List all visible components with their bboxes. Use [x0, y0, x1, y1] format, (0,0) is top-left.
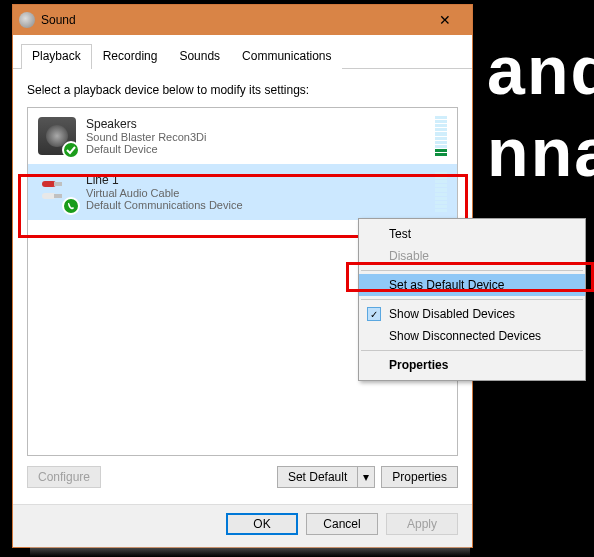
titlebar[interactable]: Sound ✕	[13, 5, 472, 35]
menu-test[interactable]: Test	[359, 223, 585, 245]
dialog-button-row: OK Cancel Apply	[13, 504, 472, 547]
tab-playback[interactable]: Playback	[21, 44, 92, 69]
context-menu: Test Disable Set as Default Device ✓ Sho…	[358, 218, 586, 381]
close-button[interactable]: ✕	[424, 8, 466, 32]
ok-button[interactable]: OK	[226, 513, 298, 535]
shadow	[30, 547, 470, 557]
menu-show-disabled[interactable]: ✓ Show Disabled Devices	[359, 303, 585, 325]
menu-set-default-device[interactable]: Set as Default Device	[359, 274, 585, 296]
apply-button[interactable]: Apply	[386, 513, 458, 535]
check-icon: ✓	[367, 307, 381, 321]
device-info: Speakers Sound Blaster Recon3Di Default …	[86, 117, 429, 155]
cable-icon	[38, 173, 76, 211]
background-text: and nna	[487, 30, 594, 193]
set-default-split-button[interactable]: Set Default ▾	[277, 466, 375, 488]
set-default-dropdown[interactable]: ▾	[357, 466, 375, 488]
phone-badge-icon	[62, 197, 80, 215]
device-info: Line 1 Virtual Audio Cable Default Commu…	[86, 173, 429, 211]
device-status: Default Device	[86, 143, 429, 155]
sound-icon	[19, 12, 35, 28]
menu-disable[interactable]: Disable	[359, 245, 585, 267]
tab-strip: Playback Recording Sounds Communications	[13, 43, 472, 69]
device-status: Default Communications Device	[86, 199, 429, 211]
device-row[interactable]: Speakers Sound Blaster Recon3Di Default …	[28, 108, 457, 164]
device-sub: Virtual Audio Cable	[86, 187, 429, 199]
svg-rect-3	[54, 194, 62, 198]
tab-recording[interactable]: Recording	[92, 44, 169, 69]
menu-properties[interactable]: Properties	[359, 354, 585, 376]
close-icon: ✕	[439, 12, 451, 28]
svg-rect-0	[42, 181, 56, 187]
default-badge-icon	[62, 141, 80, 159]
menu-separator	[361, 299, 583, 300]
instruction-text: Select a playback device below to modify…	[27, 83, 458, 97]
menu-separator	[361, 270, 583, 271]
menu-show-disconnected[interactable]: Show Disconnected Devices	[359, 325, 585, 347]
cancel-button[interactable]: Cancel	[306, 513, 378, 535]
bottom-button-row: Configure Set Default ▾ Properties	[27, 456, 458, 494]
tab-sounds[interactable]: Sounds	[168, 44, 231, 69]
level-meter	[435, 116, 447, 156]
svg-rect-2	[42, 193, 56, 199]
svg-rect-1	[54, 182, 62, 186]
set-default-button[interactable]: Set Default	[277, 466, 357, 488]
level-meter	[435, 172, 447, 212]
device-name: Line 1	[86, 173, 429, 187]
configure-button[interactable]: Configure	[27, 466, 101, 488]
properties-button[interactable]: Properties	[381, 466, 458, 488]
tab-communications[interactable]: Communications	[231, 44, 342, 69]
device-name: Speakers	[86, 117, 429, 131]
device-row[interactable]: Line 1 Virtual Audio Cable Default Commu…	[28, 164, 457, 220]
speaker-icon	[38, 117, 76, 155]
device-sub: Sound Blaster Recon3Di	[86, 131, 429, 143]
menu-separator	[361, 350, 583, 351]
window-title: Sound	[41, 13, 424, 27]
